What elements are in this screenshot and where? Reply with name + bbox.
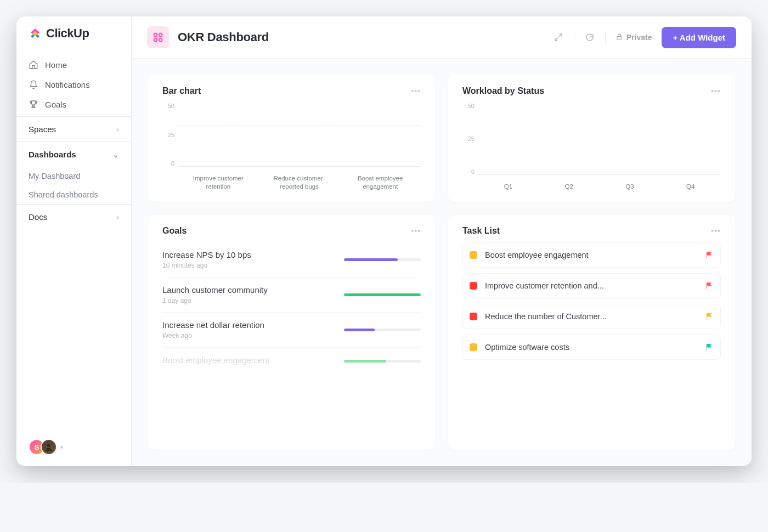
task-row[interactable]: Reduce the number of Customer...	[462, 304, 721, 329]
x-label: Q1	[478, 183, 539, 191]
sidebar-item-label: Home	[45, 60, 67, 70]
flag-icon[interactable]	[705, 343, 714, 352]
svg-rect-3	[154, 38, 157, 42]
goal-row[interactable]: Boost employee engagement	[162, 348, 421, 375]
y-tick: 50	[162, 103, 178, 109]
flag-icon[interactable]	[705, 312, 714, 321]
widget-title: Goals	[162, 226, 187, 236]
y-tick: 25	[162, 132, 178, 138]
sidebar-item-goals[interactable]: Goals	[16, 94, 131, 114]
goal-title: Boost employee engagement	[162, 355, 337, 365]
goal-title: Increase NPS by 10 bps	[162, 250, 337, 259]
flag-icon[interactable]	[705, 281, 714, 290]
x-label: Improve customer retention	[178, 174, 259, 191]
task-title: Reduce the number of Customer...	[485, 312, 699, 321]
sidebar-nav: Home Notifications Goals	[16, 53, 131, 116]
sidebar-item-label: Goals	[45, 100, 66, 109]
widget-goals: Goals ••• Increase NPS by 10 bps10 minut…	[148, 215, 435, 450]
progress-bar	[344, 293, 421, 296]
task-title: Improve customer retention and...	[485, 281, 699, 290]
x-label: Q4	[660, 183, 721, 191]
status-indicator	[470, 313, 477, 320]
progress-bar	[344, 360, 421, 363]
goal-title: Increase net dollar retention	[162, 320, 337, 330]
progress-fill	[344, 293, 421, 296]
widget-bar-chart: Bar chart ••• 50250 Improve customer ret…	[148, 75, 435, 202]
status-indicator	[470, 282, 477, 290]
chevron-right-icon: ›	[116, 213, 119, 222]
status-indicator	[470, 251, 477, 259]
y-tick: 0	[462, 168, 478, 175]
goal-title: Launch customer community	[162, 285, 337, 295]
avatar-picker[interactable]: S ▾	[16, 428, 131, 466]
home-icon	[29, 60, 38, 70]
dashboard-icon	[147, 26, 169, 48]
widget-title: Workload by Status	[462, 86, 544, 96]
header-actions: Private + Add Widget	[553, 27, 736, 48]
trophy-icon	[29, 99, 38, 109]
task-row[interactable]: Optimize software costs	[462, 335, 721, 360]
refresh-icon[interactable]	[584, 32, 595, 43]
y-tick: 50	[462, 103, 478, 109]
section-label: Dashboards	[29, 150, 76, 159]
goal-timestamp: 10 minutes ago	[162, 262, 337, 269]
widget-menu-icon[interactable]: •••	[711, 87, 721, 95]
sidebar-item-label: Notifications	[45, 80, 90, 89]
section-label: Spaces	[29, 124, 56, 134]
lock-icon	[615, 33, 623, 42]
goal-row[interactable]: Launch customer community1 day ago	[162, 278, 421, 313]
caret-down-icon: ▾	[60, 444, 63, 450]
task-title: Optimize software costs	[485, 343, 699, 352]
x-label: Q3	[600, 183, 660, 191]
flag-icon[interactable]	[705, 251, 714, 259]
progress-bar	[344, 258, 421, 261]
widget-task-list: Task List ••• Boost employee engagementI…	[448, 215, 735, 450]
widget-menu-icon[interactable]: •••	[411, 87, 421, 95]
y-tick: 25	[462, 135, 478, 142]
privacy-toggle[interactable]: Private	[615, 33, 652, 42]
main: OKR Dashboard Private + Add Widget	[132, 16, 752, 466]
goal-timestamp: 1 day ago	[162, 297, 337, 304]
header: OKR Dashboard Private + Add Widget	[132, 16, 752, 59]
brand-name: ClickUp	[46, 26, 89, 41]
goal-row[interactable]: Increase net dollar retentionWeek ago	[162, 313, 421, 348]
goal-timestamp: Week ago	[162, 332, 337, 339]
expand-icon[interactable]	[553, 32, 564, 43]
progress-bar	[344, 329, 421, 331]
sidebar-item-home[interactable]: Home	[16, 55, 131, 75]
x-label: Reduce customer-reported bugs	[259, 174, 340, 191]
progress-fill	[344, 329, 375, 331]
sidebar-section-dashboards[interactable]: Dashboards ⌄	[16, 142, 131, 167]
add-widget-button[interactable]: + Add Widget	[662, 27, 736, 48]
y-tick: 0	[162, 160, 178, 167]
svg-point-0	[47, 444, 50, 447]
goal-row[interactable]: Increase NPS by 10 bps10 minutes ago	[162, 242, 421, 278]
brand-logo[interactable]: ClickUp	[16, 16, 131, 53]
widget-title: Task List	[462, 226, 500, 236]
svg-rect-5	[617, 36, 622, 39]
x-label: Q2	[539, 183, 600, 191]
chevron-right-icon: ›	[116, 125, 119, 134]
bell-icon	[29, 80, 38, 89]
widget-menu-icon[interactable]: •••	[711, 227, 721, 235]
progress-fill	[344, 258, 398, 261]
task-row[interactable]: Improve customer retention and...	[462, 273, 721, 298]
widget-menu-icon[interactable]: •••	[411, 227, 421, 235]
clickup-icon	[29, 27, 42, 40]
svg-rect-4	[159, 38, 162, 42]
progress-fill	[344, 360, 386, 363]
dashboard-grid: Bar chart ••• 50250 Improve customer ret…	[132, 59, 752, 466]
sidebar-subitem-my-dashboard[interactable]: My Dashboard	[16, 167, 131, 185]
sidebar-section-spaces[interactable]: Spaces ›	[16, 116, 131, 142]
status-indicator	[470, 343, 477, 351]
sidebar-item-notifications[interactable]: Notifications	[16, 75, 131, 94]
reference-line	[178, 126, 421, 126]
sidebar-subitem-shared-dashboards[interactable]: Shared dashboards	[16, 185, 131, 204]
chevron-down-icon: ⌄	[112, 150, 119, 159]
task-row[interactable]: Boost employee engagement	[462, 242, 721, 268]
sidebar-section-docs[interactable]: Docs ›	[16, 204, 131, 229]
svg-rect-1	[154, 33, 157, 36]
divider	[574, 31, 574, 43]
chart-area: 50250 Q1Q2Q3Q4	[462, 103, 721, 191]
section-label: Docs	[29, 212, 47, 222]
